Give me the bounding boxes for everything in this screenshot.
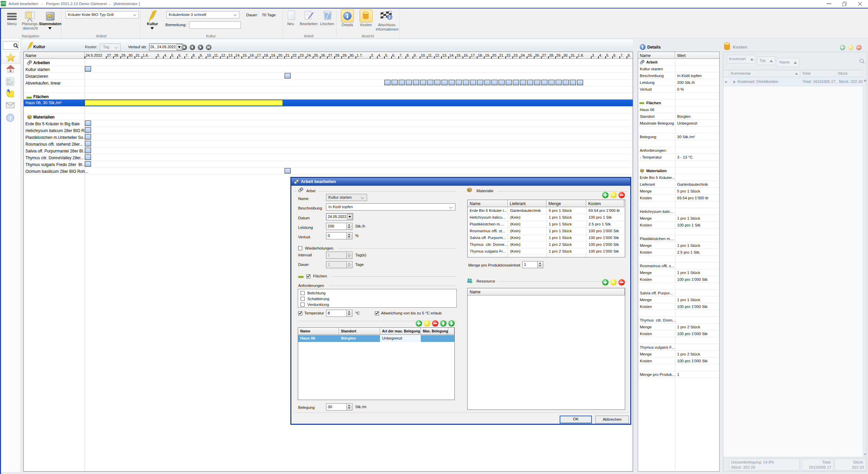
svg-text:root: root	[1, 2, 6, 4]
svg-text:?: ?	[8, 115, 12, 121]
